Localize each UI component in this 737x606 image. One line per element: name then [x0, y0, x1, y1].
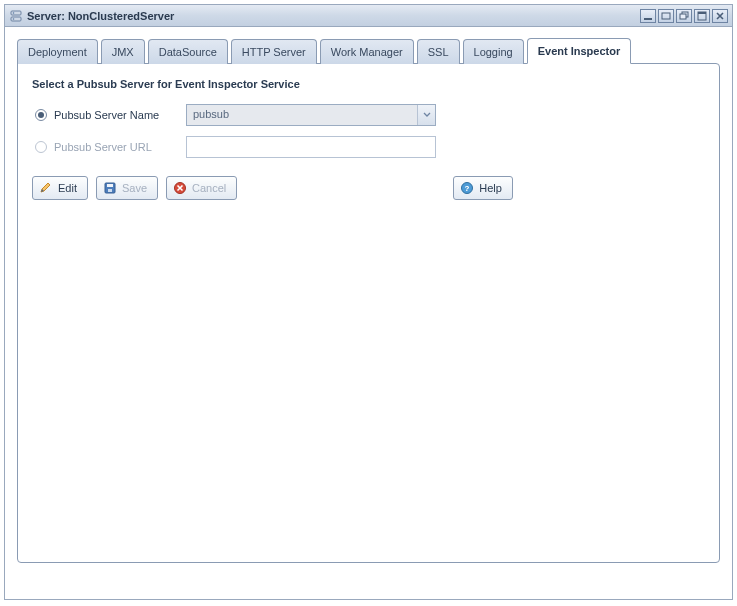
tab-event-inspector[interactable]: Event Inspector: [527, 38, 632, 64]
panel-heading: Select a Pubsub Server for Event Inspect…: [32, 78, 705, 90]
label-pubsub-name: Pubsub Server Name: [50, 109, 186, 121]
svg-rect-0: [11, 11, 21, 15]
maximize-button[interactable]: [694, 9, 710, 23]
radio-pubsub-url[interactable]: [35, 141, 47, 153]
maximize-cascade-button[interactable]: [676, 9, 692, 23]
tab-deployment[interactable]: Deployment: [17, 39, 98, 64]
tab-jmx[interactable]: JMX: [101, 39, 145, 64]
close-button[interactable]: [712, 9, 728, 23]
toolbar: Edit Save: [32, 176, 705, 200]
radio-pubsub-name[interactable]: [35, 109, 47, 121]
help-icon: ?: [460, 181, 474, 195]
title-value: NonClusteredServer: [68, 10, 174, 22]
svg-point-2: [13, 12, 15, 14]
svg-rect-9: [698, 12, 706, 14]
save-icon: [103, 181, 117, 195]
chevron-down-icon[interactable]: [417, 105, 435, 125]
titlebar: Server: NonClusteredServer: [5, 5, 732, 27]
pencil-icon: [39, 181, 53, 195]
save-button[interactable]: Save: [96, 176, 158, 200]
server-window: Server: NonClusteredServer Deployment JM…: [4, 4, 733, 600]
svg-rect-7: [680, 14, 686, 19]
tab-panel-event-inspector: Select a Pubsub Server for Event Inspect…: [17, 63, 720, 563]
tab-datasource[interactable]: DataSource: [148, 39, 228, 64]
title-prefix: Server:: [27, 10, 65, 22]
tab-bar: Deployment JMX DataSource HTTP Server Wo…: [17, 37, 720, 63]
help-button[interactable]: ? Help: [453, 176, 513, 200]
help-button-label: Help: [479, 182, 502, 194]
pubsub-name-value: pubsub: [187, 105, 417, 125]
label-pubsub-url: Pubsub Server URL: [50, 141, 186, 153]
minimize-button[interactable]: [640, 9, 656, 23]
row-pubsub-url: Pubsub Server URL: [32, 136, 705, 158]
restore-button[interactable]: [658, 9, 674, 23]
tab-work-manager[interactable]: Work Manager: [320, 39, 414, 64]
server-icon: [9, 9, 23, 23]
cancel-button[interactable]: Cancel: [166, 176, 237, 200]
save-button-label: Save: [122, 182, 147, 194]
edit-button[interactable]: Edit: [32, 176, 88, 200]
svg-rect-5: [662, 13, 670, 19]
window-body: Deployment JMX DataSource HTTP Server Wo…: [5, 27, 732, 599]
svg-text:?: ?: [465, 184, 470, 193]
pubsub-name-combo[interactable]: pubsub: [186, 104, 436, 126]
svg-rect-4: [644, 18, 652, 20]
tab-ssl[interactable]: SSL: [417, 39, 460, 64]
svg-rect-11: [107, 184, 113, 187]
pubsub-url-field[interactable]: [186, 136, 436, 158]
svg-rect-12: [108, 189, 112, 192]
tab-logging[interactable]: Logging: [463, 39, 524, 64]
svg-point-3: [13, 18, 15, 20]
svg-rect-1: [11, 17, 21, 21]
tab-http-server[interactable]: HTTP Server: [231, 39, 317, 64]
cancel-icon: [173, 181, 187, 195]
edit-button-label: Edit: [58, 182, 77, 194]
cancel-button-label: Cancel: [192, 182, 226, 194]
row-pubsub-name: Pubsub Server Name pubsub: [32, 104, 705, 126]
